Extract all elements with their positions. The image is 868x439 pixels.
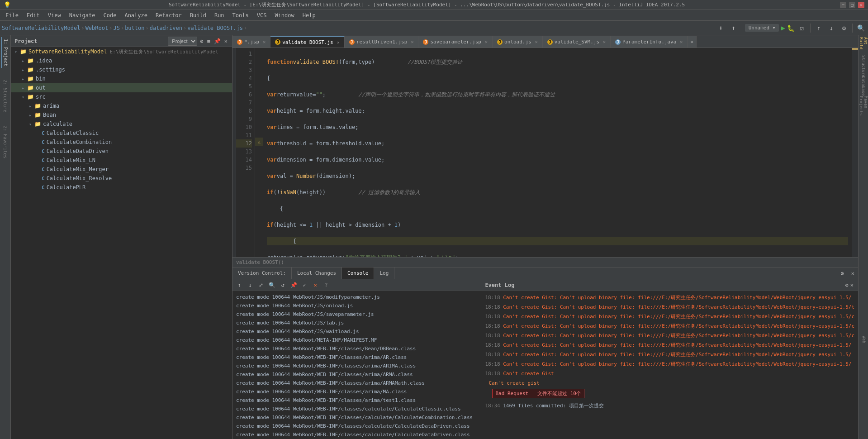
right-sidebar-maven[interactable]: Maven Projects [859,97,868,115]
bottom-settings-icon[interactable]: ⚙ [837,269,848,277]
tab-close-ParameterInfo[interactable]: ✕ [680,39,683,44]
menu-code[interactable]: Code [100,11,120,19]
project-view-tab[interactable]: 1: Project [1,37,9,68]
tree-item-root[interactable]: ▾ 📁 SoftwareReliabilityModel E:\研究生任务\So… [11,47,232,56]
menu-edit[interactable]: Edit [23,11,43,19]
tree-item-CalculateMix_Resolve[interactable]: ▸ C CalculateMix_Resolve [11,174,232,183]
vc-btn-refresh[interactable]: ↺ [278,280,288,290]
tab-local-changes[interactable]: Local Changes [292,267,342,279]
breadcrumb-button[interactable]: button [125,25,144,31]
tab-ParameterInfo[interactable]: J ParameterInfo.java ✕ [611,36,688,48]
vcs-update-button[interactable]: ⬇ [716,23,726,33]
structure-view-tab[interactable]: 2: Structure [2,78,9,114]
close-button[interactable]: ✕ [858,2,864,8]
breadcrumb-project[interactable]: SoftwareReliabilityModel [2,25,80,31]
tree-item-out[interactable]: ▸ 📁 out [11,83,232,92]
menu-refactor[interactable]: Refactor [152,11,185,19]
project-scope-select[interactable]: Project [168,37,197,46]
tab-close-resultDriven1[interactable]: ✕ [411,39,413,44]
vc-btn-expand[interactable]: ⤢ [256,280,266,290]
tree-item-idea[interactable]: ▸ 📁 .idea [11,56,232,65]
menu-view[interactable]: View [44,11,65,19]
tab-version-control[interactable]: Version Control: [232,267,292,279]
editor-scrollbar[interactable] [852,48,858,257]
vc-btn-check[interactable]: ✓ [299,280,309,290]
tree-item-settings[interactable]: ▸ 📁 .settings [11,65,232,74]
project-close-icon[interactable]: ✕ [223,37,228,45]
right-sidebar-structure[interactable]: Structure [859,57,868,75]
event-log-content[interactable]: 18:18 Can't create Gist: Can't upload bi… [481,291,858,439]
menu-analyze[interactable]: Analyze [121,11,151,19]
tab-log[interactable]: Log [374,267,394,279]
tab-close-saveparameter[interactable]: ✕ [485,39,488,44]
menu-help[interactable]: Help [299,11,319,19]
menu-run[interactable]: Run [211,11,228,19]
settings-button[interactable]: ⚙ [839,23,849,33]
tree-item-CalculatePLR[interactable]: ▸ C CalculatePLR [11,183,232,192]
vc-btn-x[interactable]: ✕ [310,280,320,290]
tree-item-src[interactable]: ▾ 📁 src [11,92,232,101]
tab-more[interactable]: » [688,36,697,48]
favorites-view-tab[interactable]: 2: Favorites [2,124,9,160]
tab-jsp[interactable]: J *.jsp ✕ [232,36,270,48]
run-config-selector[interactable]: Unnamed ▾ [745,24,779,32]
project-gear-icon[interactable]: ⚙ [199,37,204,45]
tree-item-CalculateDataDriven[interactable]: ▸ C CalculateDataDriven [11,147,232,156]
menu-navigate[interactable]: Navigate [66,11,99,19]
code-line-2: { [267,74,848,82]
tree-item-CalculateMix_Merger[interactable]: ▸ C CalculateMix_Merger [11,165,232,174]
tree-item-CalculateMix_LN[interactable]: ▸ C CalculateMix_LN [11,156,232,165]
tab-close-onload[interactable]: ✕ [535,39,538,44]
project-collapse-icon[interactable]: ≡ [206,37,211,45]
tree-item-calculate[interactable]: ▾ 📁 calculate [11,119,232,129]
maximize-button[interactable]: □ [849,2,855,8]
search-button[interactable]: 🔍 [855,23,866,33]
minimize-button[interactable]: ─ [840,2,846,8]
tree-label-bin: bin [36,76,46,82]
vc-btn-q[interactable]: ? [321,280,331,290]
event-log-close-icon[interactable]: ✕ [849,281,854,289]
right-sidebar-web[interactable]: Web [860,330,868,348]
vcs-commit-button[interactable]: ⬆ [728,23,739,33]
code-area[interactable]: function validate_BOOST(form,type) //BOO… [263,48,852,257]
right-sidebar-ant-build[interactable]: Ant Build [859,37,868,55]
vc-btn-down[interactable]: ↓ [245,280,255,290]
menu-window[interactable]: Window [271,11,298,19]
tab-saveparameter[interactable]: J saveparameter.jsp ✕ [418,36,493,48]
menu-file[interactable]: File [2,11,22,19]
vc-btn-up[interactable]: ↑ [234,280,244,290]
bottom-close-icon[interactable]: ✕ [848,269,858,277]
tab-resultDriven1[interactable]: J resultDriven1.jsp ✕ [345,36,419,48]
breadcrumb-webroot[interactable]: WebRoot [85,25,109,31]
breadcrumb-js[interactable]: JS [113,25,119,31]
vcs-pull-button[interactable]: ↓ [826,23,837,33]
run-button[interactable]: ▶ [781,24,785,32]
tab-close-validate_BOOST[interactable]: ✕ [337,40,340,45]
vc-content[interactable]: create mode 100644 WebRoot/JS/modifypara… [232,291,481,439]
tab-validate_BOOST[interactable]: J validate_BOOST.js ✕ [270,36,345,48]
tree-item-arima[interactable]: ▸ 📁 arima [11,101,232,110]
vc-btn-filter[interactable]: 🔍 [267,280,277,290]
menu-tools[interactable]: Tools [229,11,252,19]
tab-console[interactable]: Console [342,267,374,279]
right-sidebar-database[interactable]: Database [859,77,868,95]
tree-item-bin[interactable]: ▸ 📁 bin [11,74,232,83]
menu-build[interactable]: Build [186,11,210,19]
breadcrumb-file[interactable]: validate_BOOST.js [187,25,243,31]
tab-close-validate_SVM[interactable]: ✕ [603,39,606,44]
tree-item-CalculateCombination[interactable]: ▸ C CalculateCombination [11,138,232,147]
tab-validate_SVM[interactable]: J validate_SVM.js ✕ [543,36,611,48]
event-log-settings-icon[interactable]: ⚙ [844,281,849,289]
vc-btn-pin[interactable]: 📌 [289,280,299,290]
tab-close-jsp[interactable]: ✕ [263,39,266,44]
project-pin-icon[interactable]: 📌 [213,37,222,45]
file-tree[interactable]: ▾ 📁 SoftwareReliabilityModel E:\研究生任务\So… [11,47,232,439]
breadcrumb-datadriven[interactable]: datadriven [150,25,182,31]
coverage-button[interactable]: ☑ [797,23,807,33]
menu-vcs[interactable]: VCS [253,11,270,19]
tree-item-bean[interactable]: ▸ 📁 Bean [11,110,232,119]
tab-onload[interactable]: J onload.js ✕ [493,36,543,48]
debug-button[interactable]: 🐛 [787,24,795,32]
tree-item-CalculateClassic[interactable]: ▸ C CalculateClassic [11,129,232,138]
vcs-push-button[interactable]: ↑ [813,23,824,33]
